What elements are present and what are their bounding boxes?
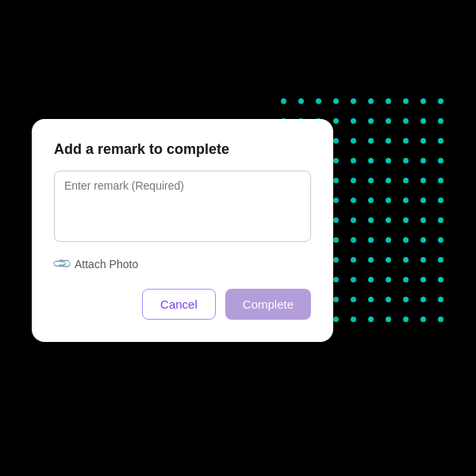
complete-button[interactable]: Complete: [225, 289, 311, 320]
dialog-card: Add a remark to complete 📎 Attach Photo …: [32, 119, 333, 342]
paperclip-icon: 📎: [51, 253, 73, 275]
cancel-button[interactable]: Cancel: [142, 289, 216, 320]
scene: Add a remark to complete 📎 Attach Photo …: [32, 71, 444, 405]
attach-photo-label: Attach Photo: [75, 258, 138, 271]
attach-photo-button[interactable]: 📎 Attach Photo: [54, 256, 311, 271]
remark-textarea[interactable]: [54, 171, 311, 242]
dialog-title: Add a remark to complete: [54, 141, 311, 158]
button-row: Cancel Complete: [54, 289, 311, 320]
